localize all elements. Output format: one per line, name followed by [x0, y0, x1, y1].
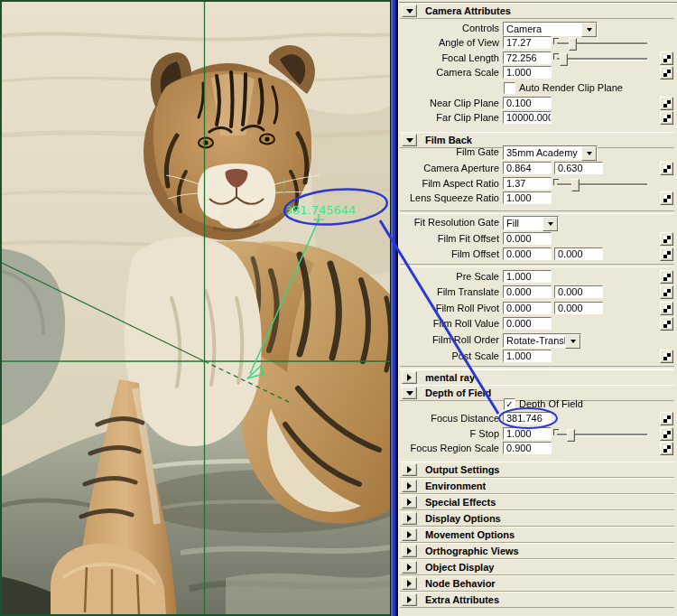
row-pre-scale: Pre Scale 1.000 [399, 270, 677, 284]
collapse-button[interactable] [402, 134, 417, 146]
slider-bracket-icon [553, 179, 559, 185]
film-offset-input-1[interactable]: 0.000 [503, 247, 552, 260]
focus-distance-input[interactable]: 381.746 [503, 412, 552, 425]
dropdown-arrow-button[interactable] [565, 334, 580, 349]
map-button[interactable] [660, 350, 673, 363]
film-gate-dropdown[interactable]: 35mm Academy [503, 145, 598, 160]
section-header-display-options[interactable]: Display Options [400, 510, 674, 527]
slider-bracket-icon [553, 38, 559, 44]
dropdown-arrow-button[interactable] [581, 146, 597, 161]
section-title: Object Display [425, 562, 494, 573]
map-button[interactable] [660, 232, 673, 246]
map-button[interactable] [660, 51, 673, 65]
section-header-node-behavior[interactable]: Node Behavior [400, 575, 674, 592]
collapse-button[interactable] [402, 5, 417, 17]
expand-button[interactable] [402, 371, 417, 384]
camera-scale-input[interactable]: 1.000 [503, 66, 552, 79]
slider-handle[interactable] [571, 179, 580, 191]
section-header-extra-attributes[interactable]: Extra Attributes [400, 592, 674, 608]
row-film-roll-value: Film Roll Value 0.000 [399, 317, 677, 331]
film-offset-input-2[interactable]: 0.000 [554, 247, 603, 260]
camera-aperture-input-1[interactable]: 0.864 [503, 162, 552, 174]
film-aspect-ratio-input[interactable]: 1.37 [503, 177, 552, 190]
film-roll-pivot-input-1[interactable]: 0.000 [503, 302, 552, 314]
film-roll-order-dropdown[interactable]: Rotate-Translate [503, 333, 581, 348]
slider-handle[interactable] [567, 429, 575, 442]
expand-button[interactable] [402, 480, 417, 492]
map-button[interactable] [660, 97, 673, 110]
dropdown-arrow-button[interactable] [543, 217, 558, 231]
chevron-down-icon [548, 222, 553, 226]
section-header-camera-attributes[interactable]: Camera Attributes [400, 3, 674, 19]
section-header-environment[interactable]: Environment [400, 478, 674, 494]
pane-divider[interactable] [390, 0, 399, 616]
map-button[interactable] [660, 302, 673, 315]
section-header-orthographic-views[interactable]: Orthographic Views [400, 543, 674, 559]
row-focus-region-scale: Focus Region Scale 0.900 [399, 442, 677, 455]
f-stop-input[interactable]: 1.000 [503, 427, 552, 440]
map-button[interactable] [660, 285, 673, 299]
triangle-down-icon [406, 391, 413, 396]
row-focal-length: Focal Length 72.256 [399, 51, 677, 65]
slider-handle[interactable] [560, 53, 568, 66]
focal-length-input[interactable]: 72.256 [503, 51, 552, 64]
near-clip-plane-input[interactable]: 0.100 [503, 97, 552, 109]
map-button[interactable] [660, 66, 673, 79]
section-title: Camera Attributes [425, 5, 511, 16]
row-focus-distance: Focus Distance 381.746 [399, 412, 677, 425]
section-header-special-effects[interactable]: Special Effects [400, 494, 674, 510]
chevron-down-icon [587, 152, 592, 155]
map-button[interactable] [660, 111, 673, 125]
f-stop-slider[interactable] [557, 434, 647, 436]
map-button[interactable] [660, 162, 673, 175]
film-fit-offset-input[interactable]: 0.000 [503, 232, 552, 245]
section-header-movement-options[interactable]: Movement Options [400, 527, 674, 543]
angle-of-view-slider[interactable] [557, 42, 647, 45]
film-translate-input-2[interactable]: 0.000 [554, 285, 603, 298]
film-roll-pivot-input-2[interactable]: 0.000 [554, 302, 603, 314]
3d-viewport[interactable]: 381.745644 [0, 0, 390, 616]
lens-squeeze-ratio-input[interactable]: 1.000 [503, 191, 552, 204]
film-translate-input-1[interactable]: 0.000 [503, 285, 552, 298]
section-header-mental-ray[interactable]: mental ray [400, 369, 674, 386]
map-button[interactable] [660, 427, 673, 441]
angle-of-view-input[interactable]: 17.27 [503, 36, 552, 49]
camera-aperture-input-2[interactable]: 0.630 [554, 162, 603, 174]
controls-dropdown[interactable]: Camera [503, 22, 598, 36]
row-film-offset: Film Offset 0.000 0.000 [399, 247, 677, 261]
focal-length-slider[interactable] [557, 58, 647, 61]
depth-of-field-checkbox[interactable]: ✓ [504, 398, 515, 410]
map-button[interactable] [660, 412, 673, 425]
film-roll-value-input[interactable]: 0.000 [503, 317, 552, 330]
focus-region-scale-input[interactable]: 0.900 [503, 442, 552, 454]
section-title: Movement Options [425, 529, 515, 540]
expand-button[interactable] [402, 463, 417, 476]
slider-handle[interactable] [569, 38, 577, 51]
row-camera-scale: Camera Scale 1.000 [399, 66, 677, 79]
expand-button[interactable] [402, 496, 417, 509]
map-button[interactable] [660, 442, 673, 455]
auto-render-clip-plane-checkbox[interactable] [504, 82, 515, 94]
expand-button[interactable] [402, 577, 417, 590]
dropdown-arrow-button[interactable] [581, 23, 597, 37]
expand-button[interactable] [402, 593, 417, 606]
pre-scale-input[interactable]: 1.000 [503, 270, 552, 283]
film-aspect-ratio-slider[interactable] [557, 183, 647, 186]
fit-resolution-gate-dropdown[interactable]: Fill [503, 216, 559, 230]
triangle-down-icon [406, 9, 413, 14]
checker-icon [663, 115, 671, 122]
far-clip-plane-input[interactable]: 10000.000 [503, 111, 552, 124]
section-header-object-display[interactable]: Object Display [400, 559, 674, 575]
map-button[interactable] [660, 317, 673, 331]
expand-button[interactable] [402, 528, 417, 541]
map-button[interactable] [660, 191, 673, 205]
map-button[interactable] [660, 247, 673, 261]
section-title: mental ray [425, 372, 475, 383]
lens-squeeze-ratio-label: Lens Squeeze Ratio [399, 191, 499, 205]
expand-button[interactable] [402, 561, 417, 574]
post-scale-input[interactable]: 1.000 [503, 350, 552, 362]
expand-button[interactable] [402, 512, 417, 525]
expand-button[interactable] [402, 545, 417, 557]
section-header-output-settings[interactable]: Output Settings [400, 462, 674, 478]
map-button[interactable] [660, 270, 673, 284]
